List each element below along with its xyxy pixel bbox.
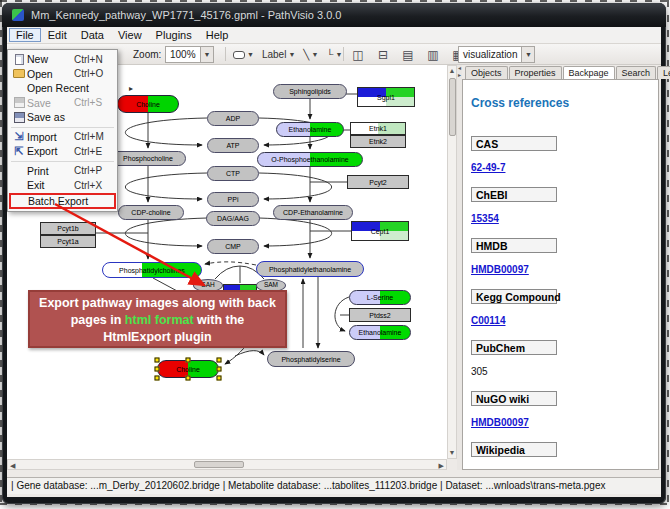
xref-link[interactable]: 62-49-7 bbox=[471, 162, 505, 174]
file-menu-item-save[interactable]: SaveCtrl+S bbox=[8, 96, 117, 111]
node-pcyt1a[interactable]: Pcyt1a bbox=[40, 235, 96, 248]
node-atp[interactable]: ATP bbox=[207, 138, 259, 153]
menubar-item-help[interactable]: Help bbox=[199, 28, 236, 42]
node-cdp-ethanolamine[interactable]: CDP-Ethanolamine bbox=[273, 205, 353, 220]
node-sgpl1[interactable]: Sgpl1 bbox=[357, 87, 415, 107]
node-choline-top[interactable]: Choline bbox=[117, 95, 179, 113]
node-cmp[interactable]: CMP bbox=[207, 239, 259, 254]
menubar-item-file[interactable]: File bbox=[9, 28, 41, 42]
file-menu-item-open[interactable]: OpenCtrl+O bbox=[8, 67, 117, 82]
visualization-combobox[interactable]: visualization ▼ bbox=[458, 46, 535, 63]
node-ethanolamine-top[interactable]: Ethanolamine bbox=[276, 122, 344, 137]
chevron-down-icon[interactable]: ▼ bbox=[288, 51, 295, 58]
scroll-left-icon[interactable]: ◀ bbox=[10, 461, 15, 471]
chevron-down-icon[interactable]: ▼ bbox=[335, 51, 342, 58]
node-phosphocholine[interactable]: Phosphocholine bbox=[110, 151, 186, 166]
node-label: Phosphatidylcholines bbox=[119, 267, 185, 274]
scroll-down-icon[interactable]: ▼ bbox=[449, 448, 456, 458]
xref-link[interactable]: C00114 bbox=[471, 315, 505, 327]
tab-search[interactable]: Search bbox=[616, 66, 657, 79]
chevron-down-icon[interactable]: ▼ bbox=[200, 47, 213, 62]
vertical-scroll-thumb[interactable] bbox=[449, 78, 456, 136]
node-label: Cept1 bbox=[371, 228, 390, 235]
tab-objects[interactable]: Objects bbox=[465, 66, 508, 79]
menubar-item-view[interactable]: View bbox=[111, 28, 149, 42]
file-menu-item-batch-export[interactable]: Batch Export bbox=[9, 193, 116, 209]
selection-handle[interactable] bbox=[155, 376, 160, 381]
file-menu-item-exit[interactable]: ExitCtrl+X bbox=[8, 178, 117, 193]
node-label: Phosphocholine bbox=[123, 155, 173, 162]
node-dag-aag[interactable]: DAG/AAG bbox=[206, 211, 260, 226]
crop-marks-top bbox=[0, 0, 670, 2]
xref-link[interactable]: 15354 bbox=[471, 213, 499, 225]
selection-handle[interactable] bbox=[217, 358, 222, 363]
file-menu-item-import[interactable]: ⇲ImportCtrl+M bbox=[8, 130, 117, 145]
node-etnk1[interactable]: Etnk1 bbox=[350, 122, 406, 135]
xref-link[interactable]: HMDB00097 bbox=[471, 264, 529, 276]
node-phosphatidylethanolamine[interactable]: Phosphatidylethanolamine bbox=[256, 261, 364, 277]
node-pcyt1b[interactable]: Pcyt1b bbox=[40, 222, 96, 235]
xref-source-header: Kegg Compound bbox=[471, 289, 557, 304]
file-menu-item-print[interactable]: PrintCtrl+P bbox=[8, 164, 117, 179]
xref-link[interactable]: HMDB00097 bbox=[471, 417, 529, 429]
selection-handle[interactable] bbox=[186, 376, 191, 381]
selection-handle[interactable] bbox=[217, 367, 222, 372]
stack-horizontal-icon[interactable]: ▥ bbox=[423, 46, 443, 63]
selection-handle[interactable] bbox=[155, 367, 160, 372]
node-cdp-choline[interactable]: CDP-choline bbox=[118, 205, 184, 220]
tab-legend[interactable]: Legend bbox=[657, 66, 670, 79]
selection-handle[interactable] bbox=[155, 358, 160, 363]
horizontal-scrollbar[interactable]: ◀ ▶ bbox=[7, 459, 447, 470]
node-l-serine[interactable]: L-Serine bbox=[349, 290, 411, 305]
screenshot-stage: Mm_Kennedy_pathway_WP1771_45176.gpml - P… bbox=[0, 0, 670, 509]
panel-tabs: ObjectsPropertiesBackpageSearchLegend bbox=[462, 65, 659, 79]
menu-item-label: Print bbox=[27, 165, 74, 177]
file-menu-item-open-recent[interactable]: Open Recent▸ bbox=[8, 81, 117, 96]
menubar-item-data[interactable]: Data bbox=[74, 28, 111, 42]
vertical-scrollbar[interactable]: ▲ ▼ bbox=[447, 65, 457, 459]
node-ppi[interactable]: PPi bbox=[207, 192, 259, 207]
align-center-y-icon[interactable]: ⊟ bbox=[373, 46, 393, 63]
line-tool-button[interactable]: ╲▼ bbox=[299, 46, 322, 63]
node-pcyt2[interactable]: Pcyt2 bbox=[347, 175, 409, 189]
menubar-item-plugins[interactable]: Plugins bbox=[149, 28, 199, 42]
chevron-down-icon[interactable]: ▼ bbox=[247, 51, 254, 58]
node-etnk2[interactable]: Etnk2 bbox=[350, 135, 406, 148]
tab-backpage[interactable]: Backpage bbox=[563, 66, 615, 80]
menu-item-shortcut: Ctrl+P bbox=[74, 165, 114, 176]
node-phosphatidylcholines[interactable]: Phosphatidylcholines bbox=[102, 262, 202, 278]
menu-separator bbox=[11, 127, 114, 128]
submenu-arrow-icon: ▸ bbox=[129, 84, 137, 93]
node-phosphatidylserine[interactable]: Phosphatidylserine bbox=[267, 351, 355, 367]
scroll-right-icon[interactable]: ▶ bbox=[439, 461, 444, 471]
align-center-x-icon[interactable]: ◫ bbox=[348, 46, 368, 63]
title-bar[interactable]: Mm_Kennedy_pathway_WP1771_45176.gpml - P… bbox=[2, 3, 666, 27]
node-ptdss2[interactable]: Ptdss2 bbox=[349, 308, 411, 322]
node-o-phosphoethanolamine[interactable]: O-Phosphoethanolamine bbox=[257, 152, 363, 167]
datanode-tool-button[interactable]: ▼ bbox=[229, 46, 258, 63]
status-bar: | Gene database: ...m_Derby_20120602.bri… bbox=[7, 477, 661, 494]
zoom-combobox[interactable]: 100% ▼ bbox=[165, 46, 214, 63]
node-sphingolipids[interactable]: Sphingolipids bbox=[273, 84, 347, 99]
node-choline-selected[interactable]: Choline bbox=[157, 360, 219, 378]
menu-item-shortcut: Ctrl+O bbox=[74, 68, 114, 79]
tab-properties[interactable]: Properties bbox=[509, 66, 562, 79]
file-menu-item-export[interactable]: ⇱ExportCtrl+E bbox=[8, 144, 117, 159]
node-cept1[interactable]: Cept1 bbox=[351, 221, 409, 241]
file-menu-item-save-as[interactable]: Save as bbox=[8, 110, 117, 125]
selection-handle[interactable] bbox=[217, 376, 222, 381]
node-adp[interactable]: ADP bbox=[207, 111, 259, 126]
xref-source-header: PubChem bbox=[471, 340, 557, 355]
chevron-down-icon[interactable]: ▼ bbox=[521, 47, 534, 62]
menubar-item-edit[interactable]: Edit bbox=[41, 28, 74, 42]
stack-vertical-icon[interactable]: ▤ bbox=[398, 46, 418, 63]
selection-handle[interactable] bbox=[186, 358, 191, 363]
node-ethanolamine-bottom[interactable]: Ethanolamine bbox=[349, 325, 411, 340]
horizontal-scroll-thumb[interactable] bbox=[194, 461, 244, 468]
node-ctp[interactable]: CTP bbox=[207, 166, 259, 181]
chevron-down-icon[interactable]: ▼ bbox=[311, 51, 318, 58]
file-menu-item-new[interactable]: NewCtrl+N bbox=[8, 52, 117, 67]
scroll-up-icon[interactable]: ▲ bbox=[449, 66, 456, 76]
xref-link[interactable]: Choline bbox=[471, 468, 508, 470]
label-tool-button[interactable]: Label▼ bbox=[258, 46, 299, 63]
